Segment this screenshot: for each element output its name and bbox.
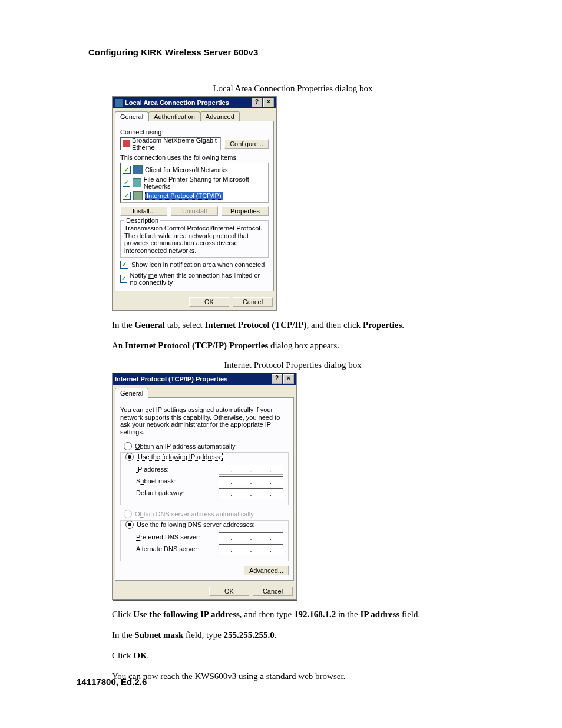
- use-ip-radio[interactable]: Use the following IP address: Use the fo…: [125, 453, 225, 461]
- alternate-dns-input[interactable]: ...: [219, 544, 283, 554]
- intro-text: You can get IP settings assigned automat…: [120, 406, 289, 436]
- instruction-paragraph: Click Use the following IP address, and …: [112, 608, 497, 620]
- ip-group: Use the following IP address: Use the fo…: [120, 452, 289, 505]
- list-item[interactable]: ✓ File and Printer Sharing for Microsoft…: [122, 175, 267, 190]
- preferred-dns-input[interactable]: ...: [219, 532, 283, 542]
- checkbox-icon[interactable]: ✓: [123, 192, 131, 200]
- help-button[interactable]: ?: [272, 374, 282, 384]
- default-gateway-input[interactable]: ...: [219, 488, 283, 498]
- use-dns-radio[interactable]: Use the following DNS server addresses: …: [125, 521, 257, 529]
- cancel-button[interactable]: Cancel: [233, 297, 273, 307]
- tab-general[interactable]: General: [115, 388, 148, 398]
- dialog2-caption: Internet Protocol Properties dialog box: [88, 360, 497, 370]
- cancel-button[interactable]: Cancel: [253, 587, 293, 596]
- default-gateway-label: Default gateway:: [136, 489, 219, 496]
- ip-address-label: IP address:: [136, 466, 219, 473]
- adapter-name: Broadcom NetXtreme Gigabit Etherne: [132, 137, 218, 151]
- description-legend: Description: [124, 217, 160, 224]
- dns-group: Use the following DNS server addresses: …: [120, 520, 289, 561]
- checkbox-icon[interactable]: ✓: [120, 275, 127, 283]
- radio-label: Use the following DNS server addresses:: [137, 521, 255, 528]
- instruction-paragraph: An Internet Protocol (TCP/IP) Properties…: [112, 340, 497, 351]
- description-group: Description Transmission Control Protoco…: [120, 220, 269, 258]
- radio-label: Obtain DNS server address automatically: [135, 510, 254, 518]
- item-label: File and Printer Sharing for Microsoft N…: [144, 176, 266, 190]
- instruction-paragraph: In the General tab, select Internet Prot…: [112, 319, 497, 331]
- connect-using-label: Connect using:: [120, 129, 269, 136]
- show-icon-label: Show icon in notification area when conn…: [131, 261, 265, 268]
- radio-icon[interactable]: [125, 453, 134, 461]
- dialog-title: Internet Protocol (TCP/IP) Properties: [115, 375, 270, 383]
- nic-icon: [123, 140, 130, 147]
- list-item-selected[interactable]: ✓ Internet Protocol (TCP/IP): [122, 190, 267, 201]
- show-icon-checkbox-row[interactable]: ✓ Show icon in notification area when co…: [120, 261, 269, 269]
- checkbox-icon[interactable]: ✓: [123, 179, 130, 187]
- properties-button[interactable]: Properties: [222, 206, 269, 216]
- checkbox-icon[interactable]: ✓: [123, 166, 131, 174]
- radio-label: Use the following IP address:: [137, 453, 223, 461]
- description-text: Transmission Control Protocol/Internet P…: [124, 225, 265, 255]
- radio-label: Obtain an IP address automatically: [135, 443, 235, 450]
- item-label: Client for Microsoft Networks: [145, 166, 228, 173]
- tabs: General Authentication Advanced: [115, 111, 274, 121]
- uninstall-button: Uninstall: [171, 206, 218, 216]
- obtain-ip-radio[interactable]: Obtain an IP address automatically Obtai…: [124, 442, 289, 450]
- uses-items-label: This connection uses the following items…: [120, 154, 269, 161]
- install-button[interactable]: Install...: [120, 206, 167, 216]
- subnet-mask-label: Subnet mask:: [136, 477, 219, 485]
- radio-icon[interactable]: [124, 442, 132, 450]
- close-button[interactable]: ×: [283, 374, 294, 384]
- tcpip-properties-dialog: Internet Protocol (TCP/IP) Properties ? …: [112, 373, 297, 600]
- dialog1-caption: Local Area Connection Properties dialog …: [88, 84, 497, 94]
- obtain-dns-radio: Obtain DNS server address automatically …: [124, 510, 289, 518]
- section-header: Configuring KIRK Wireless Server 600v3: [88, 47, 497, 61]
- tabpanel-general: Connect using: Broadcom NetXtreme Gigabi…: [115, 121, 274, 291]
- help-button[interactable]: ?: [252, 98, 262, 107]
- configure-button[interactable]: CConfigure...onfigure...: [224, 139, 269, 149]
- notify-label: Notify me when this connection has limit…: [130, 272, 269, 286]
- adapter-field[interactable]: Broadcom NetXtreme Gigabit Etherne: [120, 137, 221, 150]
- tcpip-icon: [133, 191, 143, 200]
- tabs: General: [115, 387, 294, 397]
- notify-checkbox-row[interactable]: ✓ Notify me when this connection has lim…: [120, 272, 269, 286]
- tab-authentication[interactable]: Authentication: [148, 111, 200, 121]
- client-icon: [133, 165, 143, 174]
- titlebar: Internet Protocol (TCP/IP) Properties ? …: [113, 373, 296, 385]
- item-label: Internet Protocol (TCP/IP): [145, 192, 223, 200]
- preferred-dns-label: Preferred DNS server:: [136, 533, 219, 541]
- instruction-paragraph: Click OK.: [112, 650, 497, 661]
- ip-address-input[interactable]: ...: [219, 465, 283, 475]
- subnet-mask-input[interactable]: ...: [219, 476, 283, 486]
- checkbox-icon[interactable]: ✓: [120, 261, 128, 269]
- instruction-paragraph: In the Subnet mask field, type 255.255.2…: [112, 629, 497, 641]
- network-connection-icon: [115, 99, 123, 107]
- lac-properties-dialog: Local Area Connection Properties ? × Gen…: [112, 96, 277, 311]
- tab-advanced[interactable]: Advanced: [200, 111, 240, 121]
- tab-general[interactable]: General: [115, 111, 148, 121]
- tabpanel-general: You can get IP settings assigned automat…: [115, 397, 294, 581]
- advanced-button[interactable]: Advanced...: [244, 566, 289, 575]
- dialog-title: Local Area Connection Properties: [125, 99, 250, 106]
- radio-icon: [124, 510, 132, 518]
- titlebar: Local Area Connection Properties ? ×: [113, 97, 276, 108]
- ok-button[interactable]: OK: [189, 297, 229, 307]
- list-item[interactable]: ✓ Client for Microsoft Networks: [122, 164, 267, 175]
- file-print-share-icon: [133, 178, 141, 187]
- alternate-dns-label: Alternate DNS server:: [136, 545, 219, 552]
- ok-button[interactable]: OK: [209, 587, 249, 596]
- document-id-footer: 14117800, Ed.2.6: [77, 674, 483, 687]
- close-button[interactable]: ×: [263, 98, 274, 107]
- radio-icon[interactable]: [125, 521, 134, 529]
- items-list[interactable]: ✓ Client for Microsoft Networks ✓ File a…: [120, 163, 269, 203]
